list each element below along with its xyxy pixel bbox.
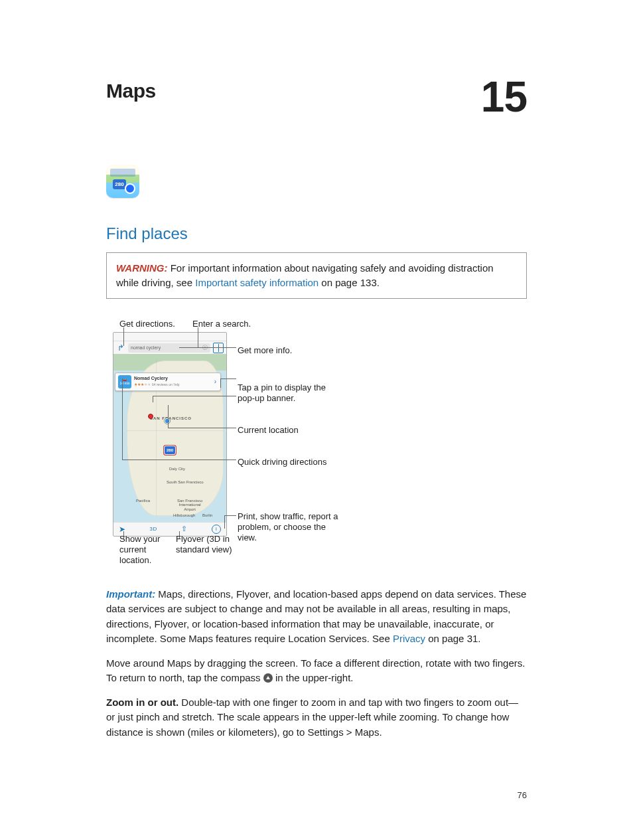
leader-line [168,428,236,428]
location-dot-icon [125,183,135,194]
callout-get-more-info: Get more info. [238,345,292,356]
map-label-sf: SAN FRANCISCO [150,416,192,420]
callout-current-location: Current location [238,425,299,436]
map-label-hillsborough: Hillsborough [173,513,195,517]
page-number: 76 [518,790,527,800]
section-heading: Find places [106,224,527,243]
zoom-lead: Zoom in or out. [106,697,178,708]
leader-line [168,405,169,428]
locate-me-icon[interactable]: ➤ [119,525,125,534]
leader-line [220,378,221,388]
compass-icon [263,673,273,683]
leader-line [153,396,153,402]
map-label-sfo: San FranciscoInternationalAirport [177,499,202,512]
leader-line [122,460,236,460]
current-location-dot [164,418,171,424]
callout-enter-search: Enter a search. [192,319,251,329]
search-bar-row: ↱ nomad cyclery ⓧ [113,341,226,355]
map-label-ssf: South San Francisco [167,480,204,484]
leader-line [198,327,198,347]
safety-info-link[interactable]: Important safety information [195,277,318,288]
chapter-header: Maps 15 [106,80,527,118]
maps-app-icon: 280 [106,165,139,198]
warning-box: WARNING: For important information about… [106,252,527,299]
callout-tap-pin: Tap a pin to display the pop-up banner. [238,382,344,404]
move-around-paragraph: Move around Maps by dragging the screen.… [106,656,527,686]
important-paragraph: Important: Maps, directions, Flyover, an… [106,587,527,647]
popup-text: Nomad Cyclery ★★★★★ 64 reviews on Yelp [134,376,213,387]
phone-mock: ↱ nomad cyclery ⓧ GGNRA SAN FRANCISCO Da… [113,332,227,537]
callout-get-directions: Get directions. [119,319,175,329]
more-info-chevron-icon[interactable]: › [213,378,218,385]
share-icon[interactable]: ⇧ [181,525,187,533]
quick-drive-button[interactable]: 🚗 14 min [118,375,131,388]
rating-stars: ★★★★★ [134,382,151,386]
map-pin-icon[interactable] [148,414,153,419]
route-shield-280: 280 [113,179,126,189]
callout-print-show: Print, show traffic, report a problem, o… [238,511,344,544]
map-label-daly: Daly City [169,467,185,471]
maps-annotated-figure: ↱ nomad cyclery ⓧ GGNRA SAN FRANCISCO Da… [106,319,527,571]
move-text-2: in the upper-right. [273,672,354,683]
leader-line [224,515,225,529]
callout-quick-driving: Quick driving directions [238,457,330,467]
warning-text-2: on page 133. [318,277,380,288]
chapter-title: Maps [106,80,156,102]
search-input-value: nomad cyclery [131,345,161,350]
drive-eta: 14 min [119,382,129,386]
leader-line [153,396,236,396]
important-text-2: on page 31. [425,633,480,644]
leader-line [122,378,123,460]
route-shield-icon: 280 [164,446,176,455]
chapter-number: 15 [481,76,527,118]
popup-reviews: 64 reviews on Yelp [152,382,180,386]
leader-line [123,327,124,346]
clear-search-icon[interactable]: ⓧ [202,344,208,351]
warning-label: WARNING: [116,262,168,274]
info-icon[interactable]: i [212,525,221,534]
zoom-paragraph: Zoom in or out. Double-tap with one fing… [106,695,527,740]
popup-title: Nomad Cyclery [134,376,213,381]
map-label-pacifica: Pacifica [136,499,150,503]
leader-line [179,347,236,348]
3d-toggle-button[interactable]: 3D [150,526,157,532]
map-label-burlin: Burlin [202,513,212,517]
callout-flyover: Flyover (3D in standard view) [176,534,236,556]
callout-show-your-location: Show your current location. [119,534,173,566]
privacy-link[interactable]: Privacy [393,633,425,644]
status-bar [113,333,226,341]
bookmarks-icon[interactable] [213,343,224,353]
important-label: Important: [106,588,155,600]
place-popup-banner[interactable]: 🚗 14 min Nomad Cyclery ★★★★★ 64 reviews … [115,373,221,391]
leader-line [224,515,236,516]
leader-line [220,378,236,379]
